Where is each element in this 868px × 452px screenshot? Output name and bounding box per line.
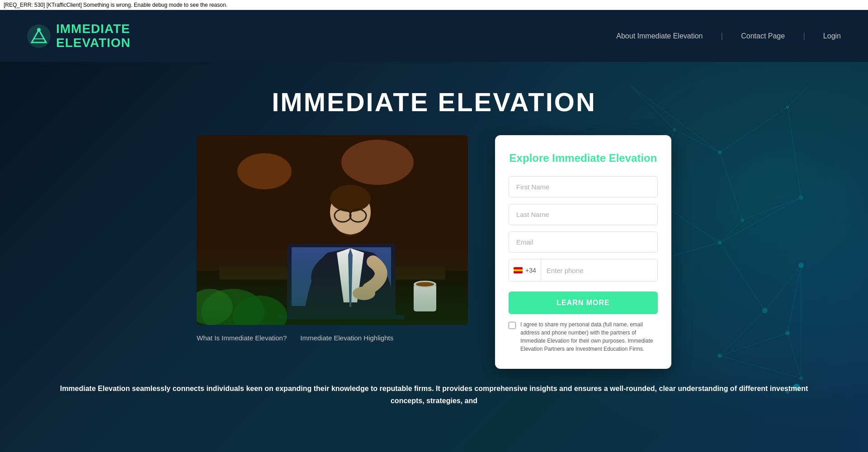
flag-icon — [514, 267, 523, 273]
svg-point-51 — [416, 282, 434, 287]
last-name-input[interactable] — [509, 204, 658, 225]
svg-point-59 — [197, 289, 233, 325]
svg-rect-43 — [197, 271, 468, 325]
svg-rect-40 — [197, 135, 468, 325]
hero-section: IMMEDIATE ELEVATION — [0, 62, 868, 452]
svg-point-53 — [330, 185, 371, 212]
logo-icon — [27, 24, 51, 48]
svg-rect-49 — [414, 284, 436, 311]
svg-point-58 — [201, 289, 264, 325]
learn-more-button[interactable]: LEARN MORE — [509, 292, 658, 314]
phone-field-wrapper: +34 — [509, 259, 658, 282]
svg-point-1 — [37, 28, 41, 32]
consent-area: I agree to share my personal data (full … — [509, 320, 658, 353]
form-card: Explore Immediate Elevation +34 — [495, 135, 671, 369]
svg-rect-47 — [292, 247, 391, 306]
nav-about[interactable]: About Immediate Elevation — [616, 32, 703, 40]
last-name-group — [509, 204, 658, 225]
svg-point-0 — [27, 24, 51, 48]
main-nav: About Immediate Elevation | Contact Page… — [616, 31, 841, 41]
svg-rect-48 — [278, 315, 405, 320]
svg-point-60 — [233, 296, 287, 325]
hero-content: What Is Immediate Elevation? Immediate E… — [0, 135, 868, 369]
svg-point-42 — [341, 140, 414, 185]
error-bar: [REQ_ERR: 530] [KTrafficClient] Somethin… — [0, 0, 868, 10]
first-name-group — [509, 176, 658, 198]
header: IMMEDIATE ELEVATION About Immediate Elev… — [0, 10, 868, 62]
svg-rect-45 — [287, 244, 396, 316]
phone-group: +34 — [509, 259, 658, 282]
svg-point-41 — [237, 153, 292, 189]
svg-rect-46 — [292, 247, 391, 306]
first-name-input[interactable] — [509, 176, 658, 198]
logo-link[interactable]: IMMEDIATE ELEVATION — [27, 22, 131, 50]
hero-image-container: What Is Immediate Elevation? Immediate E… — [197, 135, 468, 342]
consent-checkbox[interactable] — [509, 322, 516, 329]
phone-code: +34 — [525, 267, 536, 274]
email-group — [509, 231, 658, 253]
phone-input[interactable] — [541, 260, 657, 281]
hero-image — [197, 135, 468, 325]
email-input[interactable] — [509, 231, 658, 253]
logo-text: IMMEDIATE ELEVATION — [56, 22, 131, 50]
link-what-is[interactable]: What Is Immediate Elevation? — [197, 334, 287, 342]
nav-contact[interactable]: Contact Page — [741, 32, 785, 40]
consent-text: I agree to share my personal data (full … — [520, 320, 658, 353]
scene-illustration — [197, 135, 468, 325]
nav-login[interactable]: Login — [823, 32, 841, 40]
form-title: Explore Immediate Elevation — [509, 151, 658, 165]
hero-image-links: What Is Immediate Elevation? Immediate E… — [197, 334, 468, 342]
svg-rect-44 — [219, 266, 445, 280]
svg-point-57 — [353, 287, 375, 300]
link-highlights[interactable]: Immediate Elevation Highlights — [300, 334, 393, 342]
nav-divider-2: | — [803, 31, 805, 41]
nav-divider: | — [721, 31, 723, 41]
hero-title: IMMEDIATE ELEVATION — [0, 62, 868, 135]
hero-description: Immediate Elevation seamlessly connects … — [0, 369, 868, 425]
phone-flag[interactable]: +34 — [509, 259, 541, 281]
svg-point-50 — [414, 281, 436, 288]
